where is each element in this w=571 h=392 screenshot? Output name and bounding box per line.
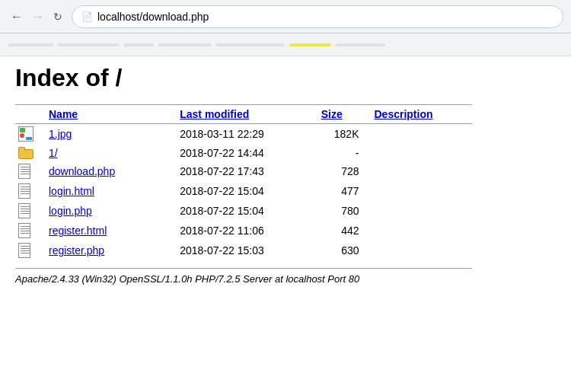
file-size-cell: 780 — [318, 201, 372, 221]
file-icon-cell — [15, 201, 46, 221]
file-link[interactable]: login.html — [49, 185, 94, 197]
bookmark-6[interactable] — [289, 43, 331, 46]
file-description-cell — [372, 144, 473, 161]
file-link[interactable]: download.php — [49, 165, 115, 177]
file-description-cell — [372, 221, 473, 241]
file-name-cell: login.html — [46, 181, 177, 201]
url-input[interactable] — [97, 11, 553, 23]
file-icon-cell — [15, 221, 46, 241]
desc-sort-link[interactable]: Description — [375, 108, 433, 120]
file-link[interactable]: register.html — [49, 225, 107, 237]
table-row: 1.jpg2018-03-11 22:29182K — [15, 124, 472, 145]
file-description-cell — [372, 201, 473, 221]
file-name-cell: register.php — [46, 241, 177, 260]
file-icon-cell — [15, 161, 46, 181]
file-size-cell: 182K — [318, 124, 372, 145]
file-size-cell: 477 — [318, 181, 372, 201]
browser-chrome: ← → ↻ 📄 — [0, 0, 571, 33]
th-description: Description — [372, 105, 473, 124]
size-sort-link[interactable]: Size — [321, 108, 343, 120]
bookmark-4[interactable] — [158, 43, 212, 46]
file-name-cell: 1/ — [46, 144, 177, 161]
file-modified-cell: 2018-03-11 22:29 — [177, 124, 317, 145]
file-modified-cell: 2018-07-22 15:04 — [177, 201, 317, 221]
directory-table: Name Last modified Size Description 1.jp… — [15, 104, 472, 260]
bookmark-7[interactable] — [336, 43, 385, 46]
back-button[interactable]: ← — [8, 8, 26, 25]
file-modified-cell: 2018-07-22 15:03 — [177, 241, 317, 260]
file-description-cell — [372, 161, 473, 181]
file-link[interactable]: login.php — [49, 205, 92, 217]
th-icon — [15, 105, 46, 124]
reload-button[interactable]: ↻ — [50, 9, 65, 24]
table-row: register.html2018-07-22 11:06442 — [15, 221, 472, 241]
lock-icon: 📄 — [81, 11, 93, 22]
modified-sort-link[interactable]: Last modified — [180, 108, 249, 120]
table-row: 1/2018-07-22 14:44- — [15, 144, 472, 161]
name-sort-link[interactable]: Name — [49, 108, 78, 120]
th-modified: Last modified — [177, 105, 317, 124]
bookmark-1[interactable] — [8, 43, 53, 46]
file-description-cell — [372, 181, 473, 201]
bookmark-2[interactable] — [58, 43, 119, 46]
bookmark-bar — [0, 33, 571, 56]
file-icon-cell — [15, 124, 46, 145]
bookmark-3[interactable] — [123, 43, 154, 46]
table-row: download.php2018-07-22 17:43728 — [15, 161, 472, 181]
file-icon-cell — [15, 241, 46, 260]
file-icon-cell — [15, 144, 46, 161]
server-footer: Apache/2.4.33 (Win32) OpenSSL/1.1.0h PHP… — [15, 268, 472, 285]
nav-buttons: ← → ↻ — [8, 8, 65, 25]
forward-button[interactable]: → — [29, 8, 47, 25]
table-header-row: Name Last modified Size Description — [15, 105, 472, 124]
page-title: Index of / — [15, 64, 556, 92]
file-name-cell: register.html — [46, 221, 177, 241]
file-name-cell: 1.jpg — [46, 124, 177, 145]
table-row: login.html2018-07-22 15:04477 — [15, 181, 472, 201]
file-modified-cell: 2018-07-22 17:43 — [177, 161, 317, 181]
th-name: Name — [46, 105, 177, 124]
file-link[interactable]: 1.jpg — [49, 128, 72, 140]
file-description-cell — [372, 241, 473, 260]
file-link[interactable]: register.php — [49, 244, 104, 257]
table-row: register.php2018-07-22 15:03630 — [15, 241, 472, 260]
file-modified-cell: 2018-07-22 15:04 — [177, 181, 317, 201]
bookmark-5[interactable] — [216, 43, 285, 46]
table-row: login.php2018-07-22 15:04780 — [15, 201, 472, 221]
file-icon-cell — [15, 181, 46, 201]
th-size: Size — [318, 105, 372, 124]
page-content: Index of / Name Last modified Size Descr… — [0, 56, 571, 300]
file-name-cell: download.php — [46, 161, 177, 181]
file-link[interactable]: 1/ — [49, 147, 58, 159]
file-size-cell: 728 — [318, 161, 372, 181]
address-bar[interactable]: 📄 — [72, 5, 563, 28]
file-modified-cell: 2018-07-22 11:06 — [177, 221, 317, 241]
file-size-cell: 630 — [318, 241, 372, 260]
file-size-cell: 442 — [318, 221, 372, 241]
file-description-cell — [372, 124, 473, 145]
file-size-cell: - — [318, 144, 372, 161]
file-name-cell: login.php — [46, 201, 177, 221]
file-modified-cell: 2018-07-22 14:44 — [177, 144, 317, 161]
